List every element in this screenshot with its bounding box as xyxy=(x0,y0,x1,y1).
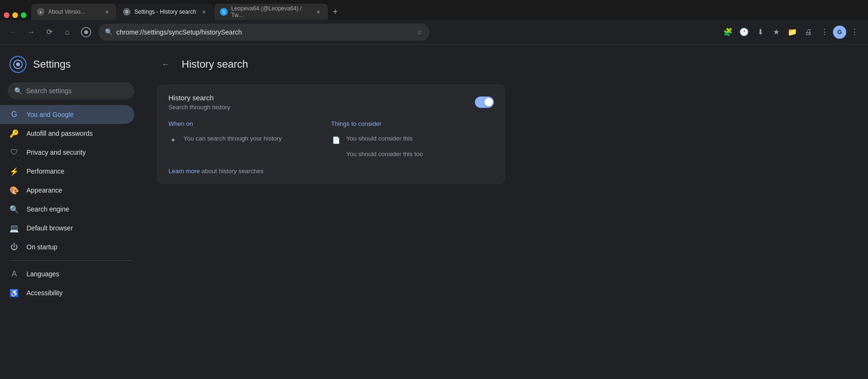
tab-label-settings: Settings - History search xyxy=(134,9,196,15)
content-inner: ← History search History search Search t… xyxy=(142,44,520,203)
accessibility-icon: ♿ xyxy=(9,288,19,298)
on-startup-icon: ⏻ xyxy=(9,242,19,252)
svg-point-3 xyxy=(16,62,20,66)
sidebar-label-autofill: Autofill and passwords xyxy=(26,130,93,137)
tab-favicon-twitter: 𝕏 xyxy=(220,8,228,16)
learn-more-suffix: about history searches xyxy=(200,167,263,175)
forward-button[interactable]: → xyxy=(24,25,39,40)
learn-more-link[interactable]: Learn more xyxy=(168,167,200,175)
when-on-text-0: You can search through your history xyxy=(184,135,282,142)
content-area: ← History search History search Search t… xyxy=(142,44,868,379)
toggle-thumb xyxy=(484,98,493,106)
tab-bar: ● About Versio... ✕ ⚙ Settings - History… xyxy=(0,0,868,20)
settings-logo xyxy=(9,56,26,73)
extensions-button[interactable]: 🧩 xyxy=(720,25,736,40)
sidebar-label-languages: Languages xyxy=(26,270,59,278)
traffic-lights xyxy=(4,12,26,18)
things-to-consider-column: Things to consider 📄 You should consider… xyxy=(331,120,494,163)
autofill-icon: 🔑 xyxy=(9,129,19,138)
minimize-traffic-light[interactable] xyxy=(12,12,18,18)
main-area: Settings 🔍 G You and Google 🔑 Autofill a… xyxy=(0,44,868,379)
collections-button[interactable]: 📁 xyxy=(785,25,800,40)
sidebar: Settings 🔍 G You and Google 🔑 Autofill a… xyxy=(0,44,142,379)
search-engine-icon: 🔍 xyxy=(9,204,19,214)
appearance-icon: 🎨 xyxy=(9,185,19,195)
default-browser-icon: 💻 xyxy=(9,223,19,233)
new-tab-button[interactable]: + xyxy=(329,5,342,18)
things-item-0: 📄 You should consider this xyxy=(331,135,494,145)
history-search-card: History search Search through history xyxy=(157,84,505,184)
setting-title: History search xyxy=(168,94,230,102)
things-extra-text: You should consider this too xyxy=(346,150,494,158)
sidebar-item-languages[interactable]: A Languages xyxy=(0,264,134,283)
privacy-icon: 🛡 xyxy=(9,148,19,157)
tab-favicon-about: ● xyxy=(37,8,44,16)
menu-button[interactable]: ⋮ xyxy=(847,25,862,40)
chrome-settings-icon xyxy=(13,59,23,70)
page-title: History search xyxy=(182,58,248,71)
tab-label-twitter: Leopeva64 (@Leopeva64) / Tw... xyxy=(231,5,311,18)
sidebar-label-appearance: Appearance xyxy=(26,186,62,194)
downloads-button[interactable]: ⬇ xyxy=(753,25,768,40)
tab-close-twitter[interactable]: ✕ xyxy=(315,8,322,16)
sidebar-label-performance: Performance xyxy=(26,167,64,175)
sidebar-label-privacy: Privacy and security xyxy=(26,149,86,156)
sidebar-item-appearance[interactable]: 🎨 Appearance xyxy=(0,181,134,200)
settings-title: Settings xyxy=(33,58,71,71)
sidebar-item-search-engine[interactable]: 🔍 Search engine xyxy=(0,200,134,219)
setting-info: History search Search through history xyxy=(168,94,230,111)
when-on-title: When on xyxy=(168,120,331,127)
tab-close-settings[interactable]: ✕ xyxy=(200,8,208,16)
more-tools-button[interactable]: ⋮ xyxy=(817,25,832,40)
close-traffic-light[interactable] xyxy=(4,12,9,18)
history-search-toggle[interactable] xyxy=(475,97,494,108)
favorites-button[interactable]: ★ xyxy=(769,25,784,40)
tab-close-about[interactable]: ✕ xyxy=(103,8,111,16)
page-back-button[interactable]: ← xyxy=(157,56,174,73)
sidebar-label-accessibility: Accessibility xyxy=(26,289,62,297)
search-icon: 🔍 xyxy=(105,28,113,35)
when-on-column: When on ✦ You can search through your hi… xyxy=(168,120,331,163)
tab-settings[interactable]: ⚙ Settings - History search ✕ xyxy=(117,4,213,20)
performance-icon: ⚡ xyxy=(9,167,19,176)
address-text: chrome://settings/syncSetup/historySearc… xyxy=(116,28,413,36)
svg-point-1 xyxy=(84,30,88,34)
when-on-item-0: ✦ You can search through your history xyxy=(168,135,331,145)
sidebar-item-autofill[interactable]: 🔑 Autofill and passwords xyxy=(0,124,134,143)
setting-row: History search Search through history xyxy=(168,94,494,111)
tab-label-about: About Versio... xyxy=(48,9,85,15)
sidebar-label-on-startup: On startup xyxy=(26,243,57,251)
sidebar-label-search-engine: Search engine xyxy=(26,205,69,213)
print-button[interactable]: 🖨 xyxy=(801,25,816,40)
bookmark-icon[interactable]: ☆ xyxy=(417,28,423,36)
back-button[interactable]: ← xyxy=(6,25,21,40)
sidebar-item-on-startup[interactable]: ⏻ On startup xyxy=(0,238,134,256)
tab-twitter[interactable]: 𝕏 Leopeva64 (@Leopeva64) / Tw... ✕ xyxy=(214,4,328,20)
tab-about[interactable]: ● About Versio... ✕ xyxy=(31,4,116,20)
fullscreen-traffic-light[interactable] xyxy=(21,12,26,18)
profile-button[interactable]: G xyxy=(833,26,846,39)
reload-button[interactable]: ⟳ xyxy=(42,25,57,40)
learn-more-row: Learn more about history searches xyxy=(168,167,494,175)
search-settings-bar[interactable]: 🔍 xyxy=(8,82,134,99)
search-settings-icon: 🔍 xyxy=(14,87,22,95)
browser-frame: ● About Versio... ✕ ⚙ Settings - History… xyxy=(0,0,868,379)
sidebar-item-privacy[interactable]: 🛡 Privacy and security xyxy=(0,143,134,162)
sidebar-item-performance[interactable]: ⚡ Performance xyxy=(0,162,134,181)
sidebar-item-you-and-google[interactable]: G You and Google xyxy=(0,105,134,124)
toolbar-right: 🧩 🕐 ⬇ ★ 📁 🖨 ⋮ G ⋮ xyxy=(720,25,862,40)
address-bar[interactable]: 🔍 chrome://settings/syncSetup/historySea… xyxy=(98,24,430,41)
tab-favicon-settings: ⚙ xyxy=(123,8,131,16)
search-settings-input[interactable] xyxy=(26,87,128,95)
you-and-google-icon: G xyxy=(9,110,19,119)
home-button[interactable]: ⌂ xyxy=(60,25,75,40)
setting-description: Search through history xyxy=(168,104,230,111)
history-button[interactable]: 🕐 xyxy=(736,25,752,40)
page-header: ← History search xyxy=(157,56,505,73)
sidebar-item-default-browser[interactable]: 💻 Default browser xyxy=(0,219,134,238)
things-title: Things to consider xyxy=(331,120,494,127)
languages-icon: A xyxy=(9,269,19,279)
toolbar: ← → ⟳ ⌂ 🔍 chrome://settings/syncSetup/hi… xyxy=(0,20,868,44)
toggle-track xyxy=(475,97,494,108)
sidebar-item-accessibility[interactable]: ♿ Accessibility xyxy=(0,283,134,302)
